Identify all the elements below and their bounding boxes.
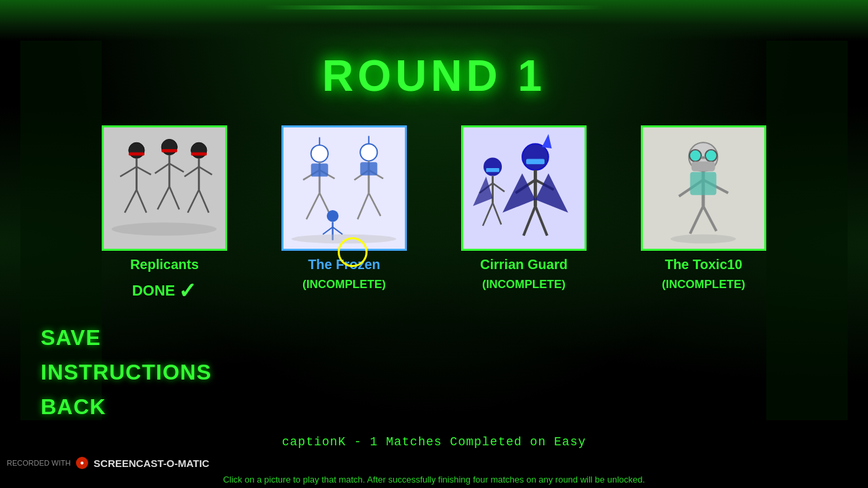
svg-point-30 — [360, 144, 377, 161]
svg-rect-69 — [690, 172, 717, 195]
save-button[interactable]: SAVE — [41, 325, 212, 350]
svg-point-7 — [161, 139, 177, 155]
svg-point-62 — [690, 150, 701, 161]
card-status-frozen: (INCOMPLETE) — [302, 278, 386, 291]
bottom-status-bar: captionK - 1 Matches Completed on Easy — [0, 435, 868, 449]
checkmark-icon: ✓ — [178, 278, 197, 304]
svg-line-40 — [323, 227, 333, 235]
svg-point-43 — [522, 144, 549, 170]
watermark-recorded: RECORDED WITH — [7, 459, 71, 467]
top-bar — [0, 0, 868, 41]
svg-line-18 — [188, 190, 199, 213]
svg-line-16 — [184, 167, 199, 177]
svg-rect-65 — [692, 161, 715, 171]
card-image-replicants[interactable] — [102, 125, 227, 251]
card-replicants[interactable]: Replicants DONE ✓ — [102, 125, 227, 304]
svg-line-17 — [199, 167, 212, 175]
top-bar-line — [264, 5, 604, 9]
svg-point-0 — [129, 142, 144, 158]
back-button[interactable]: BACK — [41, 394, 212, 420]
instructions-button[interactable]: INSTRUCTIONS — [41, 360, 212, 385]
svg-line-5 — [136, 190, 146, 213]
cards-container: Replicants DONE ✓ — [81, 125, 787, 304]
svg-point-72 — [671, 235, 736, 244]
card-label-toxic10: The Toxic10 — [665, 256, 742, 272]
svg-line-11 — [157, 186, 169, 209]
svg-point-21 — [112, 222, 217, 235]
svg-line-36 — [369, 193, 380, 216]
svg-rect-29 — [311, 163, 328, 176]
svg-line-71 — [703, 206, 716, 231]
round-title: ROUND 1 — [0, 51, 868, 101]
svg-point-42 — [292, 235, 397, 244]
left-menu: SAVE INSTRUCTIONS BACK — [41, 325, 212, 420]
svg-line-3 — [136, 167, 151, 175]
card-image-frozen[interactable] — [281, 125, 407, 251]
watermark: RECORDED WITH ● SCREENCAST-O-MATIC — [7, 457, 210, 469]
svg-marker-50 — [535, 174, 568, 213]
card-label-replicants: Replicants — [130, 256, 199, 272]
svg-line-9 — [155, 163, 169, 174]
svg-line-35 — [357, 193, 368, 220]
status-text: captionK - 1 Matches Completed on Easy — [282, 435, 586, 449]
svg-point-14 — [191, 142, 207, 158]
svg-point-63 — [705, 150, 717, 161]
svg-line-19 — [199, 190, 209, 213]
svg-line-57 — [493, 183, 505, 192]
card-frozen[interactable]: The Frozen (INCOMPLETE) — [281, 125, 407, 291]
svg-rect-64 — [701, 157, 705, 159]
svg-line-70 — [690, 206, 703, 234]
svg-line-12 — [170, 186, 180, 209]
svg-line-59 — [483, 203, 493, 226]
svg-marker-45 — [542, 134, 552, 148]
card-label-frozen: The Frozen — [308, 256, 380, 272]
svg-marker-58 — [473, 177, 493, 207]
svg-marker-49 — [502, 174, 535, 213]
svg-point-53 — [484, 158, 502, 176]
svg-rect-13 — [161, 149, 177, 152]
svg-line-10 — [170, 163, 184, 172]
card-cirrian[interactable]: Cirrian Guard (INCOMPLETE) — [461, 125, 587, 291]
card-image-toxic10[interactable] — [641, 125, 766, 251]
svg-line-60 — [493, 203, 502, 224]
bottom-instruction: Click on a picture to play that match. A… — [0, 474, 868, 485]
svg-point-22 — [311, 145, 328, 162]
card-status-cirrian: (INCOMPLETE) — [482, 278, 566, 291]
card-label-cirrian: Cirrian Guard — [480, 256, 568, 272]
done-text: DONE — [132, 282, 176, 300]
svg-line-4 — [125, 190, 136, 213]
card-toxic10[interactable]: The Toxic10 (INCOMPLETE) — [641, 125, 766, 291]
svg-line-2 — [120, 167, 136, 177]
svg-line-52 — [535, 206, 547, 236]
card-status-toxic10: (INCOMPLETE) — [662, 278, 745, 291]
watermark-brand: SCREENCAST-O-MATIC — [94, 458, 210, 469]
card-image-cirrian[interactable] — [461, 125, 587, 251]
svg-rect-20 — [191, 152, 207, 156]
svg-point-38 — [327, 210, 338, 222]
svg-rect-54 — [486, 168, 499, 172]
screencastomatic-icon: ● — [76, 457, 88, 469]
svg-rect-37 — [360, 162, 377, 175]
card-status-replicants: DONE ✓ — [132, 278, 197, 304]
svg-rect-6 — [129, 152, 144, 156]
svg-line-51 — [524, 206, 535, 236]
svg-line-41 — [333, 227, 343, 235]
svg-line-27 — [307, 193, 319, 220]
svg-rect-44 — [526, 159, 545, 164]
